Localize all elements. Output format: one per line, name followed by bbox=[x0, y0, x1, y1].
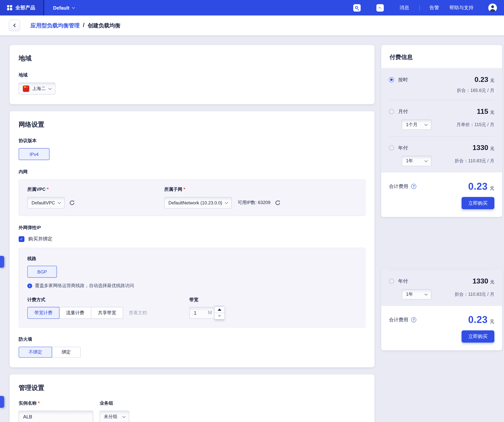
buy-and-bind-checkbox-row[interactable]: ✓ 购买并绑定 bbox=[19, 236, 366, 242]
page-body: 地域 地域 ★ ★ 上海二 网络设置 协议版本 IPv4 内网 bbox=[0, 35, 504, 422]
billing-option-traffic[interactable]: 流量计费 bbox=[59, 307, 91, 319]
billing-label: 计费方式 bbox=[27, 297, 189, 303]
subnet-select[interactable]: DefaultNetwork (10.23.0.0) bbox=[164, 197, 232, 208]
vpc-select[interactable]: DefaultVPC bbox=[27, 197, 65, 208]
search-icon bbox=[355, 6, 358, 9]
chevron-down-icon bbox=[72, 6, 75, 9]
bandwidth-stepper: M bbox=[189, 307, 224, 319]
chevron-down-icon bbox=[122, 415, 126, 418]
feedback-tab[interactable] bbox=[0, 396, 4, 408]
region-select[interactable]: ★ ★ 上海二 bbox=[19, 83, 55, 95]
top-navbar: 全部产品 Default >_ 消息 告警 帮助与支持 bbox=[0, 0, 504, 16]
console-page: 全部产品 Default >_ 消息 告警 帮助与支持 bbox=[0, 0, 504, 422]
stepper-up-button[interactable] bbox=[215, 307, 224, 313]
business-group-label: 业务组 bbox=[100, 400, 129, 406]
navbar-right: >_ 消息 告警 帮助与支持 bbox=[353, 0, 504, 16]
instance-name-input[interactable] bbox=[19, 411, 93, 422]
payment-card-header: 付费信息 bbox=[381, 45, 502, 68]
side-column: 付费信息 按时 0.23元 折合：165.6元 / 月 bbox=[381, 45, 502, 350]
refresh-icon[interactable] bbox=[69, 200, 75, 206]
project-name: Default bbox=[53, 5, 69, 10]
hourly-label: 按时 bbox=[398, 77, 408, 83]
monthly-label: 月付 bbox=[398, 108, 408, 115]
checkbox-checked[interactable]: ✓ bbox=[19, 236, 24, 242]
nav-divider bbox=[420, 5, 420, 10]
chevron-down-icon bbox=[48, 86, 52, 90]
help-icon[interactable]: ? bbox=[411, 317, 416, 322]
yearly-price: 1330元 bbox=[473, 277, 494, 285]
line-label: 线路 bbox=[27, 256, 357, 262]
cli-button[interactable]: >_ bbox=[376, 4, 384, 11]
yearly-duration-select[interactable]: 1年 bbox=[402, 156, 432, 166]
vpc-label: 所属VPC* bbox=[27, 187, 164, 192]
help-icon[interactable]: ? bbox=[411, 184, 416, 189]
network-card: 网络设置 协议版本 IPv4 内网 所属VPC* DefaultVPC bbox=[10, 111, 374, 367]
billing-option-bandwidth[interactable]: 带宽计费 bbox=[27, 307, 60, 319]
nav-alerts[interactable]: 告警 bbox=[429, 5, 439, 11]
project-switcher[interactable]: Default bbox=[44, 0, 75, 16]
total-cost-value: 0.23元 bbox=[468, 314, 494, 325]
buy-now-button[interactable]: 立即购买 bbox=[462, 197, 494, 209]
buy-now-button-sticky[interactable]: 立即购买 bbox=[462, 330, 494, 343]
navbar-left: 全部产品 Default bbox=[0, 0, 75, 16]
chevron-down-icon bbox=[425, 123, 428, 126]
feedback-tab[interactable] bbox=[0, 256, 4, 268]
buy-and-bind-label: 购买并绑定 bbox=[28, 236, 53, 242]
management-card: 管理设置 实例名称* 业务组 未分组 bbox=[10, 374, 374, 422]
view-docs-link[interactable]: 查看文档 bbox=[129, 310, 147, 316]
required-mark: * bbox=[183, 187, 185, 192]
line-bgp-button[interactable]: BGP bbox=[27, 266, 57, 278]
all-products-label: 全部产品 bbox=[15, 5, 36, 11]
total-cost-value: 0.23元 bbox=[468, 181, 494, 192]
person-icon bbox=[488, 3, 497, 12]
network-card-title: 网络设置 bbox=[19, 120, 366, 129]
business-group-select[interactable]: 未分组 bbox=[100, 411, 129, 422]
stepper-down-icon bbox=[218, 315, 222, 317]
search-button[interactable] bbox=[353, 4, 360, 11]
chevron-left-icon bbox=[13, 24, 17, 27]
payment-options-sticky: 年付 1330元 1年 折合：110.83元 / 月 bbox=[381, 269, 502, 306]
nav-messages[interactable]: 消息 bbox=[400, 5, 409, 11]
payment-option-yearly: 年付 1330元 1年 折合：110.83元 / 月 bbox=[381, 137, 502, 173]
all-products-menu[interactable]: 全部产品 bbox=[0, 0, 44, 16]
bandwidth-unit: M bbox=[208, 310, 212, 315]
billing-options-group: 带宽计费 流量计费 共享带宽 查看文档 bbox=[27, 307, 147, 319]
protocol-ipv4-button[interactable]: IPv4 bbox=[19, 148, 49, 160]
region-card-title: 地域 bbox=[19, 54, 366, 63]
required-mark: * bbox=[38, 400, 40, 406]
radio-yearly-sticky[interactable] bbox=[389, 279, 394, 284]
stepper-up-icon bbox=[218, 309, 222, 311]
monthly-duration-select[interactable]: 1个月 bbox=[402, 119, 432, 130]
business-group-field: 业务组 未分组 bbox=[100, 400, 129, 422]
user-avatar[interactable] bbox=[488, 3, 497, 12]
bandwidth-label: 带宽 bbox=[189, 297, 224, 303]
radio-hourly[interactable] bbox=[389, 77, 394, 82]
yearly-duration-select-sticky[interactable]: 1年 bbox=[402, 289, 432, 299]
breadcrumb-parent-link[interactable]: 应用型负载均衡管理 bbox=[30, 22, 80, 29]
terminal-icon: >_ bbox=[378, 6, 382, 10]
nav-help[interactable]: 帮助与支持 bbox=[450, 5, 474, 11]
refresh-icon[interactable] bbox=[275, 200, 281, 206]
radio-yearly[interactable] bbox=[389, 145, 394, 150]
firewall-option-bind[interactable]: 绑定 bbox=[52, 347, 81, 358]
subnet-column: 所属子网* DefaultNetwork (10.23.0.0) 可用IP数: … bbox=[164, 187, 281, 208]
china-flag-icon: ★ ★ bbox=[23, 85, 29, 92]
management-card-title: 管理设置 bbox=[19, 383, 366, 392]
billing-option-shared[interactable]: 共享带宽 bbox=[91, 307, 123, 319]
total-cost-label: 合计费用 bbox=[389, 317, 408, 323]
chevron-down-icon bbox=[425, 292, 428, 296]
back-button[interactable] bbox=[9, 20, 20, 31]
region-value: 上海二 bbox=[32, 86, 46, 92]
monthly-subtext: 月单价：115元 / 月 bbox=[456, 122, 494, 128]
firewall-option-unbound[interactable]: 不绑定 bbox=[19, 347, 52, 358]
chevron-down-icon bbox=[58, 201, 61, 204]
radio-monthly[interactable] bbox=[389, 109, 394, 114]
stepper-down-button[interactable] bbox=[215, 313, 224, 319]
yearly-label: 年付 bbox=[398, 278, 408, 284]
payment-card-sticky: 年付 1330元 1年 折合：110.83元 / 月 bbox=[381, 269, 502, 350]
line-hint-text: 覆盖多家网络运营商线路，自动选择最优线路访问 bbox=[35, 283, 134, 289]
yearly-label: 年付 bbox=[398, 145, 408, 151]
payment-total-section: 合计费用 ? 0.23元 立即购买 bbox=[381, 172, 502, 217]
instance-name-label: 实例名称* bbox=[19, 400, 100, 406]
eip-config-panel: 线路 BGP i 覆盖多家网络运营商线路，自动选择最优线路访问 计费方式 带宽计… bbox=[19, 248, 366, 327]
